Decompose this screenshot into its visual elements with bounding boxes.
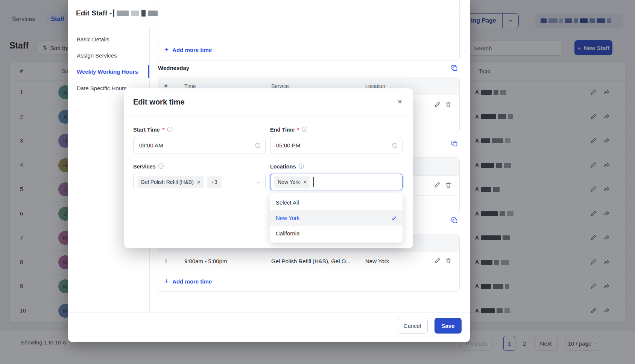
plus-icon: + (164, 46, 169, 54)
edit-time-icon[interactable] (434, 257, 441, 264)
info-icon: ⓘ (167, 126, 172, 133)
chevron-down-icon (256, 180, 261, 185)
dropdown-option-california[interactable]: California (270, 226, 403, 241)
label-text: End Time (270, 127, 295, 133)
screen: Services Staff ing Page Staff ⇅ Sort by … (0, 0, 635, 364)
services-multiselect[interactable]: Gel Polish Refill (H&B) ✕ +3 (133, 174, 266, 190)
edit-work-time-title: Edit work time (133, 98, 185, 106)
day-label-wednesday: Wednesday (158, 65, 189, 71)
add-more-time-link[interactable]: + Add more time (164, 277, 212, 285)
locations-dropdown: Select All New York California (270, 193, 403, 243)
label-text: Start Time (133, 127, 160, 133)
location-chip: New York ✕ (274, 176, 310, 188)
clock-icon (392, 142, 398, 149)
service-chip: Gel Polish Refill (H&B) ✕ (137, 176, 204, 188)
end-time-label: End Time * ⓘ (270, 126, 307, 133)
locations-multiselect[interactable]: New York ✕ (270, 174, 403, 190)
service-chip-label: Gel Polish Refill (H&B) (141, 179, 194, 185)
required-mark: * (297, 127, 299, 133)
add-more-time-label: Add more time (172, 47, 212, 53)
dropdown-option-new-york[interactable]: New York (270, 210, 403, 226)
remove-chip-icon[interactable]: ✕ (197, 179, 201, 185)
row-num: 1 (164, 258, 167, 264)
nav-basic-details[interactable]: Basic Details (77, 36, 141, 42)
add-more-time-label: Add more time (172, 278, 212, 285)
start-time-label: Start Time * ⓘ (133, 126, 172, 133)
add-more-time-link[interactable]: + Add more time (164, 46, 212, 54)
clock-icon (255, 142, 261, 149)
edit-work-time-modal: Edit work time ✕ Start Time * ⓘ End Time… (124, 88, 413, 248)
plus-icon: + (164, 277, 169, 285)
check-icon (390, 215, 397, 221)
label-text: Locations (270, 164, 296, 170)
info-icon: ⓘ (158, 163, 164, 170)
cancel-button[interactable]: Cancel (397, 318, 428, 334)
services-label: Services ⓘ (133, 163, 164, 170)
header-divider (124, 117, 413, 117)
close-icon[interactable]: ✕ (395, 97, 405, 106)
remove-chip-icon[interactable]: ✕ (303, 179, 307, 185)
info-icon: ⓘ (298, 163, 304, 170)
delete-time-icon[interactable] (445, 101, 452, 108)
edit-time-icon[interactable] (434, 101, 441, 108)
label-text: Services (133, 164, 156, 170)
required-mark: * (163, 127, 165, 133)
dropdown-option-select-all[interactable]: Select All (270, 195, 403, 210)
service-more-chip: +3 (207, 176, 222, 188)
copy-day-icon[interactable] (451, 217, 458, 224)
locations-label: Locations ⓘ (270, 163, 304, 170)
start-time-input[interactable] (133, 137, 266, 153)
row-time: 9:00am - 5:00pm (184, 258, 227, 264)
delete-time-icon[interactable] (445, 182, 452, 188)
nav-assign-services[interactable]: Assign Services (77, 52, 141, 59)
info-icon: ⓘ (302, 126, 307, 133)
edit-time-icon[interactable] (434, 182, 441, 188)
save-button[interactable]: Save (434, 318, 462, 334)
row-service: Gel Polish Refill (H&B), Gel O... (271, 258, 351, 264)
more-count: +3 (211, 179, 217, 185)
option-label: New York (276, 215, 299, 221)
nav-weekly-working-hours[interactable]: Weekly Working Hours (77, 68, 141, 75)
location-chip-label: New York (278, 179, 300, 185)
day-card-partial: + Add more time (158, 0, 460, 61)
text-cursor (313, 177, 314, 187)
delete-time-icon[interactable] (445, 257, 452, 264)
row-location: New York (365, 258, 389, 264)
title-text: Edit Staff - (76, 9, 112, 17)
end-time-input[interactable] (270, 137, 403, 153)
option-label: California (276, 230, 299, 237)
copy-day-icon[interactable] (451, 64, 458, 72)
copy-day-icon[interactable] (451, 140, 458, 147)
modal-footer-divider (68, 312, 470, 312)
